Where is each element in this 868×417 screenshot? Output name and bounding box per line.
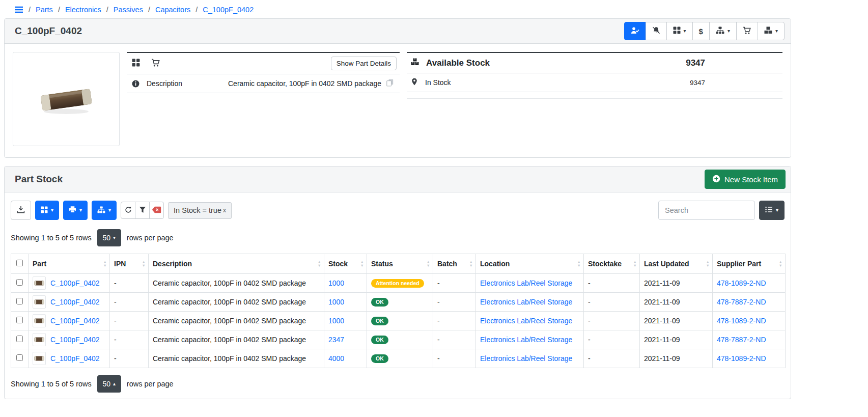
supplier-part-link[interactable]: 478-1089-2-ND [717,354,766,363]
column-header-part[interactable]: Part▲▼ [29,254,110,274]
row-checkbox-cell[interactable] [11,349,29,368]
location-link[interactable]: Electronics Lab/Reel Storage [480,317,572,325]
location-link[interactable]: Electronics Lab/Reel Storage [480,279,572,287]
part-link[interactable]: C_100pF_0402 [50,279,100,287]
last-updated-cell: 2021-11-09 [640,293,713,312]
print-dropdown-button[interactable]: ▾ [63,201,88,220]
barcode-dropdown-button[interactable]: ▾ [35,201,59,220]
show-part-details-button[interactable]: Show Part Details [331,57,397,70]
column-header-location[interactable]: Location▲▼ [476,254,584,274]
grid-icon [673,26,681,36]
grid-icon[interactable] [132,59,140,68]
description-label: Description [141,79,228,88]
part-cell: C_100pF_0402 [29,293,110,312]
row-checkbox[interactable] [16,336,23,342]
part-thumbnail[interactable] [33,352,46,365]
description-cell: Ceramic capacitor, 100pF in 0402 SMD pac… [149,330,324,349]
select-all-checkbox[interactable] [16,260,23,266]
part-link[interactable]: C_100pF_0402 [50,317,100,325]
stock-link[interactable]: 1000 [328,279,344,287]
row-checkbox[interactable] [16,354,23,361]
page-size-value: 50 [102,234,110,242]
part-cell: C_100pF_0402 [29,312,110,330]
part-detail-body: Show Part Details Description Ceramic ca… [5,44,791,157]
row-checkbox-cell[interactable] [11,312,29,330]
part-actions-dropdown[interactable]: ▾ [758,22,785,40]
cart-icon[interactable] [151,59,160,69]
stock-options-dropdown-button[interactable]: ▾ [92,201,117,220]
location-cell: Electronics Lab/Reel Storage [476,330,584,349]
column-header-status[interactable]: Status▲▼ [367,254,433,274]
row-checkbox-cell[interactable] [11,293,29,312]
pricing-button[interactable]: $ [692,22,710,40]
view-toggle-dropdown[interactable]: ▾ [759,201,785,220]
breadcrumb-link[interactable]: Parts [36,6,53,14]
active-filter-tag[interactable]: In Stock = true x [168,202,232,219]
column-header-ipn[interactable]: IPN▲▼ [110,254,149,274]
part-thumbnail[interactable] [33,276,46,290]
part-thumbnail[interactable] [33,333,46,346]
part-link[interactable]: C_100pF_0402 [50,354,100,363]
part-cell: C_100pF_0402 [29,330,110,349]
part-image[interactable] [13,52,120,146]
row-checkbox[interactable] [16,279,23,286]
subscribe-button[interactable] [624,22,646,40]
stock-link[interactable]: 1000 [328,298,344,306]
stock-link[interactable]: 4000 [328,354,344,363]
ipn-cell: - [110,349,149,368]
column-header-last-updated[interactable]: Last Updated▲▼ [640,254,713,274]
supplier-part-link[interactable]: 478-7887-2-ND [717,336,766,344]
supplier-part-link[interactable]: 478-7887-2-ND [717,298,766,306]
page-size-dropdown[interactable]: 50 ▾ [97,229,121,246]
new-stock-item-button[interactable]: New Stock Item [705,170,786,189]
copy-icon[interactable] [385,79,395,88]
part-details-toolbar: Show Part Details [127,52,400,74]
breadcrumb-link[interactable]: Electronics [65,6,101,14]
row-checkbox-cell[interactable] [11,274,29,293]
breadcrumb-link[interactable]: Passives [114,6,143,14]
pagination-summary: Showing 1 to 5 of 5 rows [11,234,92,242]
batch-cell: - [433,293,476,312]
part-link[interactable]: C_100pF_0402 [50,298,100,306]
export-button[interactable] [11,201,31,220]
row-checkbox[interactable] [16,298,23,304]
search-input[interactable] [658,201,755,220]
column-header-batch[interactable]: Batch▲▼ [433,254,476,274]
notifications-off-button[interactable] [646,22,667,40]
select-all-cell[interactable] [11,254,29,274]
page-size-dropdown[interactable]: 50 ▴ [97,375,121,393]
stock-actions-dropdown[interactable]: ▾ [709,22,737,40]
menu-icon[interactable] [14,6,23,13]
supplier-part-link[interactable]: 478-1089-2-ND [717,279,766,287]
breadcrumb-link[interactable]: Capacitors [155,6,190,14]
column-header-stock[interactable]: Stock▲▼ [324,254,367,274]
purchase-button[interactable] [736,22,758,40]
clear-filters-button[interactable] [149,202,164,219]
location-link[interactable]: Electronics Lab/Reel Storage [480,354,572,363]
row-checkbox-cell[interactable] [11,330,29,349]
stock-cell: 1000 [324,274,367,293]
filter-button[interactable] [135,202,150,219]
part-thumbnail[interactable] [33,314,46,327]
barcode-actions-dropdown[interactable]: ▾ [666,22,693,40]
stock-link[interactable]: 2347 [328,336,344,344]
location-link[interactable]: Electronics Lab/Reel Storage [480,298,572,306]
remove-filter-icon[interactable]: x [223,207,226,214]
stock-link[interactable]: 1000 [328,317,344,325]
breadcrumb-link[interactable]: C_100pF_0402 [203,6,254,14]
part-thumbnail[interactable] [33,295,46,309]
column-header-description[interactable]: Description▲▼ [149,254,324,274]
dollar-icon: $ [699,27,703,36]
stock-cell: 1000 [324,293,367,312]
part-cell: C_100pF_0402 [29,274,110,293]
column-header-stocktake[interactable]: Stocktake▲▼ [584,254,640,274]
breadcrumb-item: /C_100pF_0402 [195,6,254,14]
refresh-button[interactable] [121,202,135,219]
part-link[interactable]: C_100pF_0402 [50,336,100,344]
location-link[interactable]: Electronics Lab/Reel Storage [480,336,572,344]
column-header-supplier-part[interactable]: Supplier Part▲▼ [713,254,786,274]
row-checkbox[interactable] [16,317,23,323]
part-detail-card: C_100pF_0402 ▾ $ ▾ [4,18,791,158]
supplier-part-link[interactable]: 478-1089-2-ND [717,317,766,325]
stocktake-cell: - [584,312,640,330]
